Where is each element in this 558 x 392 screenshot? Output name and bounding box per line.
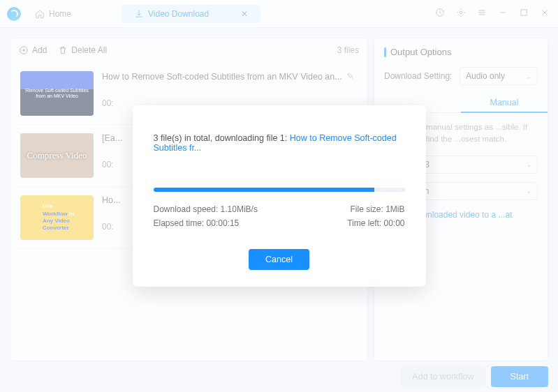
elapsed-time: Elapsed time: 00:00:15 bbox=[154, 218, 240, 228]
file-size: File size: 1MiB bbox=[350, 204, 404, 214]
download-speed: Download speed: 1.10MiB/s bbox=[154, 204, 258, 214]
cancel-button[interactable]: Cancel bbox=[249, 249, 309, 270]
progress-fill bbox=[154, 188, 375, 192]
time-left: Time left: 00:00 bbox=[347, 218, 404, 228]
download-progress-dialog: 3 file(s) in total, downloading file 1: … bbox=[133, 105, 426, 287]
dialog-status-text: 3 file(s) in total, downloading file 1: … bbox=[154, 133, 405, 153]
progress-bar bbox=[154, 188, 405, 192]
modal-overlay: 3 file(s) in total, downloading file 1: … bbox=[0, 0, 558, 392]
